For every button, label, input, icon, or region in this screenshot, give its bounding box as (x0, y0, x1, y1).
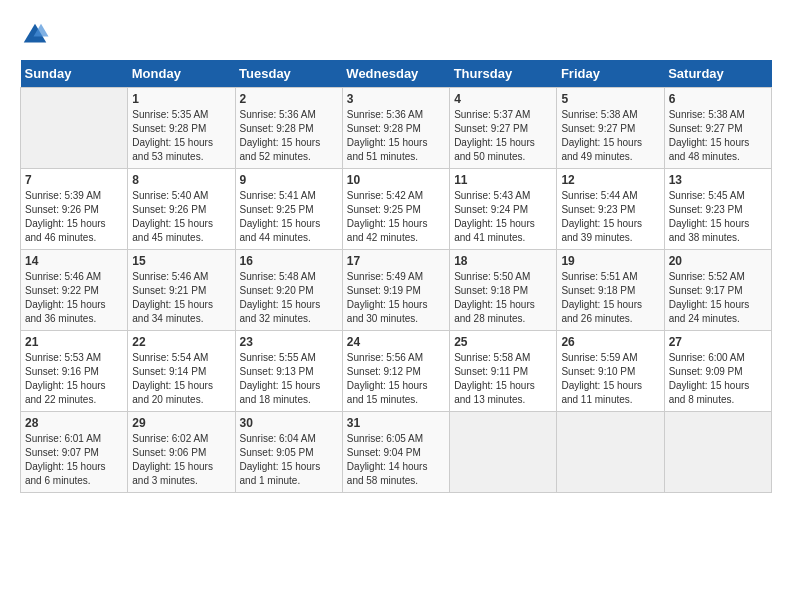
calendar-cell: 4 Sunrise: 5:37 AMSunset: 9:27 PMDayligh… (450, 88, 557, 169)
day-number: 3 (347, 92, 445, 106)
calendar-cell: 14 Sunrise: 5:46 AMSunset: 9:22 PMDaylig… (21, 250, 128, 331)
calendar-cell: 19 Sunrise: 5:51 AMSunset: 9:18 PMDaylig… (557, 250, 664, 331)
day-info: Sunrise: 5:42 AMSunset: 9:25 PMDaylight:… (347, 189, 445, 245)
day-number: 22 (132, 335, 230, 349)
day-number: 13 (669, 173, 767, 187)
day-info: Sunrise: 6:01 AMSunset: 9:07 PMDaylight:… (25, 432, 123, 488)
weekday-header: Saturday (664, 60, 771, 88)
day-info: Sunrise: 5:43 AMSunset: 9:24 PMDaylight:… (454, 189, 552, 245)
calendar-cell: 16 Sunrise: 5:48 AMSunset: 9:20 PMDaylig… (235, 250, 342, 331)
day-number: 12 (561, 173, 659, 187)
day-info: Sunrise: 5:44 AMSunset: 9:23 PMDaylight:… (561, 189, 659, 245)
day-number: 30 (240, 416, 338, 430)
weekday-header: Wednesday (342, 60, 449, 88)
day-info: Sunrise: 5:49 AMSunset: 9:19 PMDaylight:… (347, 270, 445, 326)
weekday-header-row: SundayMondayTuesdayWednesdayThursdayFrid… (21, 60, 772, 88)
calendar-cell: 7 Sunrise: 5:39 AMSunset: 9:26 PMDayligh… (21, 169, 128, 250)
day-number: 24 (347, 335, 445, 349)
day-info: Sunrise: 5:58 AMSunset: 9:11 PMDaylight:… (454, 351, 552, 407)
day-info: Sunrise: 6:04 AMSunset: 9:05 PMDaylight:… (240, 432, 338, 488)
day-info: Sunrise: 5:52 AMSunset: 9:17 PMDaylight:… (669, 270, 767, 326)
calendar-week-row: 21 Sunrise: 5:53 AMSunset: 9:16 PMDaylig… (21, 331, 772, 412)
calendar-week-row: 1 Sunrise: 5:35 AMSunset: 9:28 PMDayligh… (21, 88, 772, 169)
calendar-cell: 26 Sunrise: 5:59 AMSunset: 9:10 PMDaylig… (557, 331, 664, 412)
day-info: Sunrise: 5:50 AMSunset: 9:18 PMDaylight:… (454, 270, 552, 326)
calendar-cell: 22 Sunrise: 5:54 AMSunset: 9:14 PMDaylig… (128, 331, 235, 412)
calendar-cell: 13 Sunrise: 5:45 AMSunset: 9:23 PMDaylig… (664, 169, 771, 250)
calendar-cell: 8 Sunrise: 5:40 AMSunset: 9:26 PMDayligh… (128, 169, 235, 250)
day-number: 2 (240, 92, 338, 106)
day-number: 23 (240, 335, 338, 349)
day-info: Sunrise: 6:00 AMSunset: 9:09 PMDaylight:… (669, 351, 767, 407)
calendar-cell: 9 Sunrise: 5:41 AMSunset: 9:25 PMDayligh… (235, 169, 342, 250)
day-info: Sunrise: 6:05 AMSunset: 9:04 PMDaylight:… (347, 432, 445, 488)
calendar-cell: 31 Sunrise: 6:05 AMSunset: 9:04 PMDaylig… (342, 412, 449, 493)
calendar-cell: 5 Sunrise: 5:38 AMSunset: 9:27 PMDayligh… (557, 88, 664, 169)
day-number: 26 (561, 335, 659, 349)
day-number: 9 (240, 173, 338, 187)
day-info: Sunrise: 5:45 AMSunset: 9:23 PMDaylight:… (669, 189, 767, 245)
calendar-cell: 25 Sunrise: 5:58 AMSunset: 9:11 PMDaylig… (450, 331, 557, 412)
calendar-week-row: 14 Sunrise: 5:46 AMSunset: 9:22 PMDaylig… (21, 250, 772, 331)
calendar-table: SundayMondayTuesdayWednesdayThursdayFrid… (20, 60, 772, 493)
day-info: Sunrise: 5:38 AMSunset: 9:27 PMDaylight:… (561, 108, 659, 164)
day-info: Sunrise: 5:39 AMSunset: 9:26 PMDaylight:… (25, 189, 123, 245)
day-info: Sunrise: 5:46 AMSunset: 9:21 PMDaylight:… (132, 270, 230, 326)
day-info: Sunrise: 5:36 AMSunset: 9:28 PMDaylight:… (240, 108, 338, 164)
day-info: Sunrise: 5:37 AMSunset: 9:27 PMDaylight:… (454, 108, 552, 164)
calendar-cell: 3 Sunrise: 5:36 AMSunset: 9:28 PMDayligh… (342, 88, 449, 169)
day-info: Sunrise: 5:59 AMSunset: 9:10 PMDaylight:… (561, 351, 659, 407)
day-number: 5 (561, 92, 659, 106)
day-number: 1 (132, 92, 230, 106)
day-info: Sunrise: 5:38 AMSunset: 9:27 PMDaylight:… (669, 108, 767, 164)
calendar-cell: 12 Sunrise: 5:44 AMSunset: 9:23 PMDaylig… (557, 169, 664, 250)
weekday-header: Thursday (450, 60, 557, 88)
day-info: Sunrise: 5:46 AMSunset: 9:22 PMDaylight:… (25, 270, 123, 326)
day-number: 7 (25, 173, 123, 187)
day-info: Sunrise: 5:48 AMSunset: 9:20 PMDaylight:… (240, 270, 338, 326)
calendar-cell: 17 Sunrise: 5:49 AMSunset: 9:19 PMDaylig… (342, 250, 449, 331)
day-number: 29 (132, 416, 230, 430)
calendar-cell: 11 Sunrise: 5:43 AMSunset: 9:24 PMDaylig… (450, 169, 557, 250)
day-number: 11 (454, 173, 552, 187)
day-number: 4 (454, 92, 552, 106)
day-number: 31 (347, 416, 445, 430)
day-info: Sunrise: 5:56 AMSunset: 9:12 PMDaylight:… (347, 351, 445, 407)
calendar-cell (450, 412, 557, 493)
day-number: 14 (25, 254, 123, 268)
calendar-cell: 10 Sunrise: 5:42 AMSunset: 9:25 PMDaylig… (342, 169, 449, 250)
calendar-cell: 6 Sunrise: 5:38 AMSunset: 9:27 PMDayligh… (664, 88, 771, 169)
day-number: 10 (347, 173, 445, 187)
logo-icon (20, 20, 50, 50)
weekday-header: Friday (557, 60, 664, 88)
day-number: 15 (132, 254, 230, 268)
logo (20, 20, 54, 50)
calendar-week-row: 28 Sunrise: 6:01 AMSunset: 9:07 PMDaylig… (21, 412, 772, 493)
calendar-cell: 15 Sunrise: 5:46 AMSunset: 9:21 PMDaylig… (128, 250, 235, 331)
day-info: Sunrise: 5:53 AMSunset: 9:16 PMDaylight:… (25, 351, 123, 407)
day-info: Sunrise: 6:02 AMSunset: 9:06 PMDaylight:… (132, 432, 230, 488)
day-number: 8 (132, 173, 230, 187)
calendar-cell (21, 88, 128, 169)
weekday-header: Sunday (21, 60, 128, 88)
day-info: Sunrise: 5:54 AMSunset: 9:14 PMDaylight:… (132, 351, 230, 407)
calendar-cell: 2 Sunrise: 5:36 AMSunset: 9:28 PMDayligh… (235, 88, 342, 169)
day-number: 16 (240, 254, 338, 268)
day-info: Sunrise: 5:36 AMSunset: 9:28 PMDaylight:… (347, 108, 445, 164)
calendar-cell: 18 Sunrise: 5:50 AMSunset: 9:18 PMDaylig… (450, 250, 557, 331)
day-number: 21 (25, 335, 123, 349)
day-number: 6 (669, 92, 767, 106)
day-number: 27 (669, 335, 767, 349)
calendar-cell: 29 Sunrise: 6:02 AMSunset: 9:06 PMDaylig… (128, 412, 235, 493)
calendar-cell: 21 Sunrise: 5:53 AMSunset: 9:16 PMDaylig… (21, 331, 128, 412)
calendar-cell: 24 Sunrise: 5:56 AMSunset: 9:12 PMDaylig… (342, 331, 449, 412)
day-info: Sunrise: 5:41 AMSunset: 9:25 PMDaylight:… (240, 189, 338, 245)
day-info: Sunrise: 5:40 AMSunset: 9:26 PMDaylight:… (132, 189, 230, 245)
day-info: Sunrise: 5:51 AMSunset: 9:18 PMDaylight:… (561, 270, 659, 326)
calendar-week-row: 7 Sunrise: 5:39 AMSunset: 9:26 PMDayligh… (21, 169, 772, 250)
day-number: 18 (454, 254, 552, 268)
calendar-cell: 20 Sunrise: 5:52 AMSunset: 9:17 PMDaylig… (664, 250, 771, 331)
calendar-cell: 30 Sunrise: 6:04 AMSunset: 9:05 PMDaylig… (235, 412, 342, 493)
day-info: Sunrise: 5:35 AMSunset: 9:28 PMDaylight:… (132, 108, 230, 164)
calendar-cell (557, 412, 664, 493)
